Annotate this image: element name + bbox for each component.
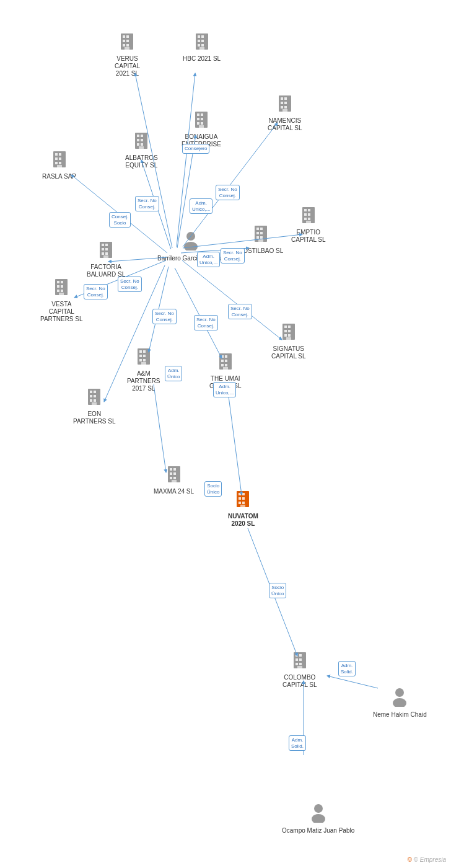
label-emptio: EMPTIO CAPITAL SL [291,229,326,244]
svg-line-1 [177,73,195,247]
label-vesta: VESTA CAPITAL PARTNERS SL [40,301,83,323]
label-maxma: MAXMA 24 SL [154,488,194,495]
svg-rect-44 [197,113,199,116]
building-icon-nostilbao [252,224,269,246]
svg-rect-62 [55,157,58,160]
svg-rect-124 [286,337,291,340]
svg-rect-57 [141,143,143,146]
label-nostilbao: NOSTILBAO SL [239,247,283,255]
svg-point-160 [312,814,325,823]
node-maxma: MAXMA 24 SL [154,465,194,495]
svg-rect-144 [239,497,241,500]
building-icon-maxma [165,465,183,487]
svg-rect-60 [55,153,58,156]
building-icon-hbc [193,32,211,54]
svg-rect-86 [304,209,307,211]
svg-rect-24 [123,44,125,46]
svg-rect-26 [125,47,129,50]
svg-rect-28 [198,35,200,38]
svg-rect-22 [123,40,125,42]
label-verus: VERUS CAPITAL 2021 SL [115,55,140,78]
person-icon-barrilero [182,231,200,254]
svg-rect-78 [256,228,259,230]
svg-rect-129 [94,395,96,397]
svg-rect-82 [256,236,259,239]
svg-rect-39 [284,102,287,104]
svg-rect-40 [281,106,283,108]
svg-rect-47 [201,118,203,120]
badge-secr-nostilbao: Secr. NoConsej. [221,248,245,264]
svg-rect-34 [199,47,204,50]
svg-rect-20 [123,35,125,38]
badge-adm-bonaigua: Adm.Unico,... [190,198,212,214]
badge-socio-nuvatom: SocioÚnico [269,583,286,598]
building-icon-colombo [291,651,309,673]
badge-consejero: Consejero [182,144,209,154]
svg-rect-108 [141,362,146,365]
label-hbc: HBC 2021 SL [183,55,221,63]
svg-rect-79 [260,228,263,230]
svg-rect-83 [260,236,263,239]
node-neme: Neme Hakim Chaid [373,687,427,719]
svg-rect-65 [59,162,61,164]
node-verus: VERUS CAPITAL 2021 SL [115,32,140,78]
badge-secr-vesta2: Secr. NoConsej. [118,277,142,292]
svg-rect-25 [126,44,129,46]
svg-rect-42 [282,109,287,112]
badge-adm-theumai: Adm.Unico,... [213,382,236,397]
svg-rect-50 [199,125,204,128]
svg-rect-110 [221,355,224,358]
label-am: A&M PARTNERS 2017 SL [127,370,160,392]
svg-rect-56 [137,143,139,146]
svg-rect-148 [240,505,245,507]
svg-rect-116 [223,367,228,370]
node-ocampo: Ocampo Matiz Juan Pablo [282,803,354,835]
svg-rect-155 [299,663,302,665]
svg-rect-113 [225,360,227,362]
svg-rect-99 [61,290,63,292]
svg-rect-91 [308,218,310,220]
svg-rect-38 [281,102,283,104]
label-rasla: RASLA SAP [42,173,76,180]
svg-rect-151 [299,654,302,657]
svg-rect-84 [258,239,263,242]
svg-rect-118 [284,326,287,328]
badge-secr-vesta: Secr. NoConsej. [84,284,108,299]
svg-rect-80 [256,232,259,234]
svg-rect-126 [90,391,92,393]
svg-rect-123 [288,334,291,337]
building-icon-signatus [280,322,297,344]
svg-rect-45 [201,113,203,116]
badge-adm-ocampo: Adm.Solid. [289,735,306,751]
badge-secr-bonaigua: Secr. NoConsej. [216,185,240,200]
svg-rect-98 [57,290,59,292]
svg-rect-52 [137,135,139,137]
svg-rect-36 [281,97,283,100]
svg-rect-105 [143,355,146,357]
label-namencis: NAMENCIS CAPITAL SL [268,117,302,132]
svg-point-76 [184,242,198,250]
svg-rect-29 [201,35,204,38]
svg-rect-69 [105,244,108,246]
svg-rect-137 [173,472,176,475]
svg-rect-92 [306,221,311,223]
svg-rect-89 [308,213,310,216]
node-rasla: RASLA SAP [42,150,76,180]
node-signatus: SIGNATUS CAPITAL SL [271,322,306,360]
node-nostilbao: NOSTILBAO SL [239,224,283,255]
svg-rect-81 [260,232,263,234]
svg-rect-114 [221,364,224,366]
svg-rect-33 [201,44,204,46]
label-albatros: ALBATROS EQUITY SL [125,154,158,169]
svg-rect-68 [102,244,104,246]
svg-rect-139 [173,477,176,479]
badge-adm-nostilbao: Adm.Unico,... [197,252,220,267]
svg-rect-128 [90,395,92,397]
person-icon-neme [390,687,409,710]
svg-rect-146 [239,502,241,504]
building-icon-rasla [51,150,68,172]
svg-point-157 [395,688,404,697]
node-am: A&M PARTNERS 2017 SL [127,347,160,392]
node-colombo: COLOMBO CAPITAL SL [282,651,317,689]
svg-rect-94 [57,281,59,283]
